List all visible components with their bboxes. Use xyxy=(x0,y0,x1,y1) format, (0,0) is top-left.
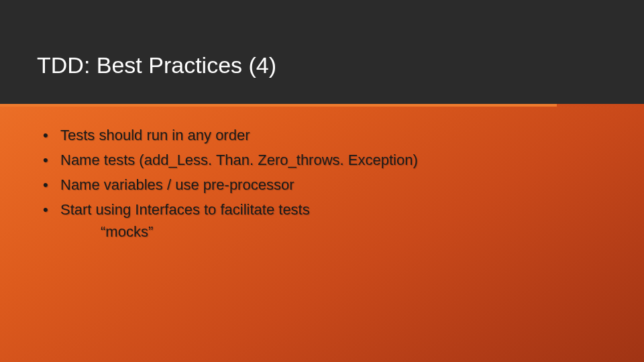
list-item: Name tests (add_Less. Than. Zero_throws.… xyxy=(40,149,604,171)
slide-title: TDD: Best Practices (4) xyxy=(37,52,276,78)
bullet-text: Name tests (add_Less. Than. Zero_throws.… xyxy=(60,152,418,168)
bullet-text: Start using Interfaces to facilitate tes… xyxy=(60,201,310,218)
list-item: Name variables / use pre-processor xyxy=(40,174,604,196)
list-item: Tests should run in any order xyxy=(40,124,604,146)
slide: TDD: Best Practices (4) Tests should run… xyxy=(0,0,644,362)
bullet-text: Tests should run in any order xyxy=(60,127,250,143)
bullet-text: Name variables / use pre-processor xyxy=(60,176,294,193)
slide-body: Tests should run in any order Name tests… xyxy=(40,124,604,245)
accent-underline xyxy=(0,104,557,107)
bullet-subtext: “mocks” xyxy=(60,221,604,243)
list-item: Start using Interfaces to facilitate tes… xyxy=(40,198,604,243)
bullet-list: Tests should run in any order Name tests… xyxy=(40,124,604,243)
